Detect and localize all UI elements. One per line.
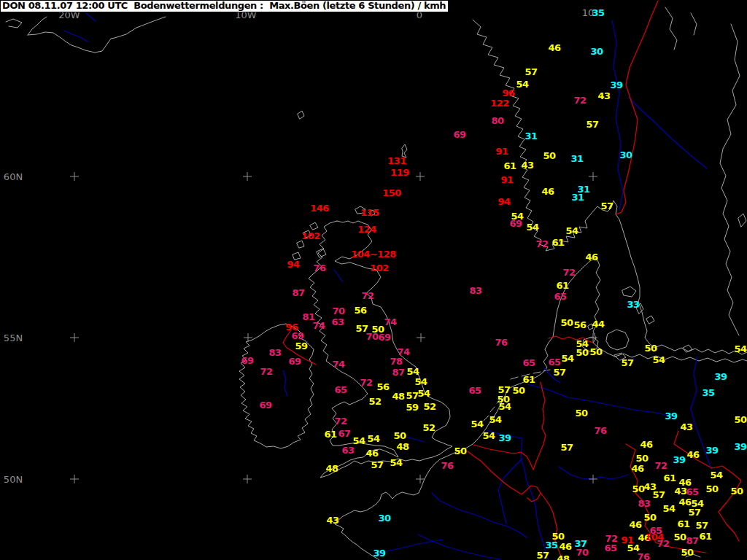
station-gust-value: 46: [631, 463, 643, 474]
station-gust-value: 83: [268, 347, 281, 358]
station-gust-value: 54: [565, 225, 578, 236]
station-gust-value: 39: [665, 411, 677, 421]
station-gust-value: 104~128: [351, 249, 396, 260]
station-gust-value: 131: [387, 155, 406, 166]
station-gust-value: 50: [589, 346, 602, 357]
station-gust-value: 44: [592, 319, 604, 330]
station-gust-value: 69: [509, 218, 522, 229]
station-gust-value: 54: [561, 353, 573, 364]
station-gust-value: 50: [705, 483, 718, 494]
station-gust-value: 67: [338, 428, 350, 439]
graticule-cross: [589, 333, 597, 342]
graticule-cross: [417, 333, 425, 342]
station-gust-value: 52: [368, 396, 381, 407]
station-gust-value: 76: [441, 460, 453, 471]
graticule-cross: [243, 475, 252, 483]
station-gust-value: 54: [352, 435, 365, 446]
station-gust-value: 43: [680, 421, 692, 432]
graticule-cross: [244, 333, 252, 342]
station-gust-value: 50: [393, 430, 406, 441]
station-gust-value: 70: [332, 306, 344, 316]
station-gust-value: 59: [406, 402, 418, 413]
station-gust-value: 72: [360, 377, 372, 388]
map-title: DON 08.11.07 12:00 UTC Bodenwettermeldun…: [0, 0, 449, 12]
station-gust-value: 61: [522, 374, 535, 385]
station-gust-value: 74: [384, 316, 396, 327]
station-gust-value: 50: [635, 453, 648, 464]
station-gust-value: 65: [554, 291, 566, 302]
station-gust-value: 52: [422, 422, 435, 433]
station-gust-value: 72: [573, 95, 586, 106]
station-gust-value: 30: [378, 513, 390, 524]
station-gust-value: 72: [535, 238, 548, 249]
station-gust-value: 50: [643, 512, 656, 523]
station-gust-value: 102: [370, 262, 389, 273]
station-gust-value: 65: [334, 384, 347, 395]
station-gust-value: 54: [406, 366, 419, 377]
station-gust-value: 54: [652, 354, 665, 365]
graticule-label: 55N: [4, 332, 23, 343]
station-gust-value: 57: [600, 201, 613, 211]
station-gust-value: 59: [295, 341, 307, 351]
station-gust-value: 69: [291, 330, 303, 341]
station-gust-value: 57: [525, 66, 537, 77]
graticule-cross: [416, 172, 425, 181]
station-gust-value: 87: [392, 367, 404, 378]
station-gust-value: 69: [453, 129, 465, 140]
station-gust-value: 46: [541, 186, 554, 197]
station-gust-value: 69: [259, 400, 271, 411]
station-gust-value: 57: [371, 459, 383, 470]
station-gust-value: 87: [292, 287, 304, 298]
station-gust-value: 54: [471, 419, 483, 429]
station-gust-value: 43: [674, 486, 686, 497]
station-gust-value: 54: [516, 79, 528, 90]
station-gust-value: 72: [260, 366, 272, 377]
station-gust-value: 48: [396, 441, 409, 452]
station-gust-value: 72: [562, 267, 575, 278]
graticule-cross: [589, 172, 597, 181]
station-gust-value: 35: [545, 540, 557, 551]
station-gust-value: 54: [367, 433, 379, 444]
graticule-cross: [70, 172, 79, 181]
station-gust-value: 50: [644, 343, 657, 354]
station-gust-value: 65: [468, 385, 481, 396]
station-gust-value: 33: [627, 299, 639, 310]
station-gust-value: 31: [570, 153, 583, 164]
station-gust-value: 63: [331, 316, 344, 327]
station-gust-value: 61: [503, 160, 516, 171]
station-gust-value: 54: [662, 503, 675, 514]
station-gust-value: 96: [502, 88, 514, 98]
station-gust-value: 63: [341, 445, 354, 456]
station-gust-value: 69: [378, 332, 390, 343]
station-gust-value: 119: [390, 167, 409, 178]
station-gust-value: 46: [686, 449, 699, 460]
station-gust-value: 146: [310, 203, 329, 214]
station-gust-value: 46: [629, 519, 641, 530]
station-gust-value: 35: [592, 7, 604, 18]
station-gust-value: 57: [695, 520, 708, 531]
station-gust-value: 102: [301, 230, 320, 241]
graticule-label: 60N: [4, 171, 23, 182]
station-gust-value: 70: [576, 547, 588, 558]
station-gust-value: 61: [699, 531, 711, 542]
station-gust-value: 46: [640, 439, 652, 450]
station-gust-value: 57: [560, 442, 573, 453]
station-gust-value: 46: [548, 42, 560, 53]
station-gust-value: 57: [536, 550, 549, 560]
station-gust-value: 83: [469, 285, 481, 296]
station-gust-value: 43: [521, 160, 533, 171]
station-gust-value: 94: [287, 259, 299, 270]
station-gust-value: 39: [610, 79, 622, 90]
station-gust-value: 91: [500, 174, 513, 185]
station-gust-value: 65: [604, 542, 616, 553]
station-gust-value: 54: [482, 430, 495, 441]
graticule-cross: [589, 475, 597, 483]
station-gust-value: 54: [390, 457, 402, 468]
station-gust-value: 124: [357, 224, 376, 235]
station-gust-value: 72: [334, 416, 347, 427]
station-gust-value: 61: [324, 429, 336, 440]
station-gust-value: 43: [597, 90, 610, 101]
graticule-cross: [70, 333, 79, 342]
station-gust-value: 87: [686, 535, 698, 546]
station-gust-value: 31: [525, 131, 537, 141]
